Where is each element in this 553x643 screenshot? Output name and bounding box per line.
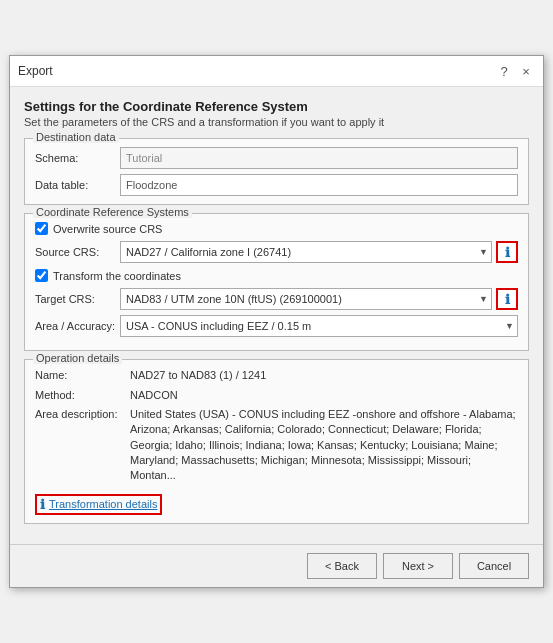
close-button[interactable]: × [517, 62, 535, 80]
area-accuracy-row: Area / Accuracy: USA - CONUS including E… [35, 315, 518, 337]
op-method-value: NADCON [130, 388, 518, 403]
header-subtitle: Set the parameters of the CRS and a tran… [24, 116, 529, 128]
target-crs-dropdown-container: NAD83 / UTM zone 10N (ftUS) (269100001) … [120, 288, 492, 310]
crs-section-label: Coordinate Reference Systems [33, 206, 192, 218]
destination-data-section: Destination data Schema: Data table: [24, 138, 529, 205]
target-crs-dropdown[interactable]: NAD83 / UTM zone 10N (ftUS) (269100001) [120, 288, 492, 310]
op-name-label: Name: [35, 368, 130, 381]
back-button[interactable]: < Back [307, 553, 377, 579]
target-crs-row: Target CRS: NAD83 / UTM zone 10N (ftUS) … [35, 288, 518, 310]
transformation-link-container: ℹ Transformation details [35, 494, 162, 515]
target-crs-label: Target CRS: [35, 293, 120, 305]
area-accuracy-label: Area / Accuracy: [35, 320, 120, 332]
dialog-footer: < Back Next > Cancel [10, 544, 543, 587]
dialog-title: Export [18, 64, 53, 78]
data-table-label: Data table: [35, 179, 120, 191]
data-table-input[interactable] [120, 174, 518, 196]
schema-label: Schema: [35, 152, 120, 164]
area-accuracy-dropdown[interactable]: USA - CONUS including EEZ / 0.15 m [120, 315, 518, 337]
op-method-row: Method: NADCON [35, 388, 518, 403]
transform-coords-label: Transform the coordinates [53, 270, 181, 282]
source-crs-label: Source CRS: [35, 246, 120, 258]
source-crs-dropdown[interactable]: NAD27 / California zone I (26741) [120, 241, 492, 263]
dialog-header: Settings for the Coordinate Reference Sy… [24, 99, 529, 128]
source-crs-info-button[interactable]: ℹ [496, 241, 518, 263]
transform-coords-checkbox[interactable] [35, 269, 48, 282]
source-crs-wrapper: NAD27 / California zone I (26741) ▼ ℹ [120, 241, 518, 263]
overwrite-crs-label: Overwrite source CRS [53, 223, 162, 235]
overwrite-crs-checkbox[interactable] [35, 222, 48, 235]
target-crs-info-button[interactable]: ℹ [496, 288, 518, 310]
op-area-desc-label: Area description: [35, 407, 130, 420]
dialog-content: Settings for the Coordinate Reference Sy… [10, 87, 543, 544]
op-area-desc-row: Area description: United States (USA) - … [35, 407, 518, 484]
header-title: Settings for the Coordinate Reference Sy… [24, 99, 529, 114]
operation-details-section: Operation details Name: NAD27 to NAD83 (… [24, 359, 529, 524]
op-area-desc-value: United States (USA) - CONUS including EE… [130, 407, 518, 484]
data-table-row: Data table: [35, 174, 518, 196]
op-name-row: Name: NAD27 to NAD83 (1) / 1241 [35, 368, 518, 383]
schema-row: Schema: [35, 147, 518, 169]
schema-input[interactable] [120, 147, 518, 169]
cancel-button[interactable]: Cancel [459, 553, 529, 579]
area-accuracy-dropdown-container: USA - CONUS including EEZ / 0.15 m ▼ [120, 315, 518, 337]
target-crs-wrapper: NAD83 / UTM zone 10N (ftUS) (269100001) … [120, 288, 518, 310]
next-button[interactable]: Next > [383, 553, 453, 579]
title-bar: Export ? × [10, 56, 543, 87]
overwrite-crs-row: Overwrite source CRS [35, 222, 518, 235]
operation-details-label: Operation details [33, 352, 122, 364]
transform-coords-row: Transform the coordinates [35, 269, 518, 282]
source-crs-dropdown-container: NAD27 / California zone I (26741) ▼ [120, 241, 492, 263]
transformation-details-link[interactable]: Transformation details [49, 498, 157, 510]
title-bar-buttons: ? × [495, 62, 535, 80]
source-crs-row: Source CRS: NAD27 / California zone I (2… [35, 241, 518, 263]
op-name-value: NAD27 to NAD83 (1) / 1241 [130, 368, 518, 383]
destination-data-label: Destination data [33, 131, 119, 143]
help-button[interactable]: ? [495, 62, 513, 80]
transformation-info-icon: ℹ [40, 497, 45, 512]
export-dialog: Export ? × Settings for the Coordinate R… [9, 55, 544, 588]
crs-section: Coordinate Reference Systems Overwrite s… [24, 213, 529, 351]
op-method-label: Method: [35, 388, 130, 401]
